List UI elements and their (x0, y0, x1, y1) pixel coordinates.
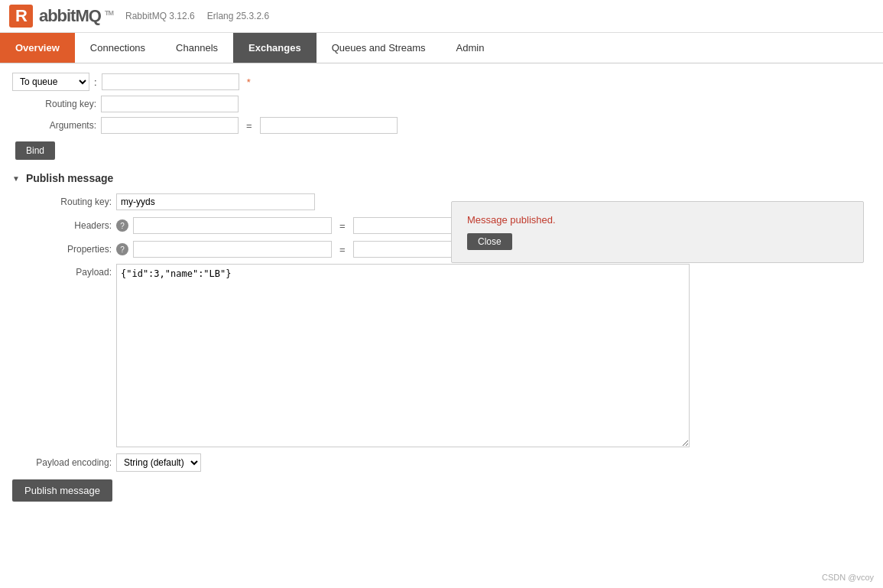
pub-properties-key-input[interactable] (133, 241, 332, 258)
arguments-equals: = (246, 120, 252, 132)
main-nav: Overview Connections Channels Exchanges … (0, 33, 883, 63)
close-notification-button[interactable]: Close (467, 233, 512, 250)
nav-item-exchanges[interactable]: Exchanges (233, 33, 317, 63)
pub-payload-label: Payload: (12, 264, 112, 278)
version-info: RabbitMQ 3.12.6 Erlang 25.3.2.6 (125, 11, 269, 21)
erlang-version: Erlang 25.3.2.6 (207, 11, 269, 21)
publish-message-button[interactable]: Publish message (12, 479, 112, 502)
nav-item-connections[interactable]: Connections (75, 33, 161, 63)
tm-label: TM (105, 9, 113, 17)
notification-message: Message published. (467, 214, 848, 226)
pub-properties-label: Properties: (12, 244, 112, 255)
nav-item-overview[interactable]: Overview (0, 33, 75, 63)
bind-section: To queue To exchange : * Routing key: Ar… (12, 73, 871, 160)
publish-section-header[interactable]: ▼ Publish message (12, 172, 871, 184)
pub-routing-key-input[interactable] (116, 193, 315, 210)
headers-equals: = (339, 220, 346, 232)
required-star: * (247, 76, 251, 88)
pub-encoding-row: Payload encoding: String (default) Base6… (12, 453, 871, 472)
properties-help-icon[interactable]: ? (116, 243, 128, 255)
to-queue-input[interactable] (102, 73, 239, 90)
pub-button-row: Publish message (12, 479, 871, 502)
pub-encoding-select[interactable]: String (default) Base64 (116, 453, 201, 472)
page-header: R abbitMQ TM RabbitMQ 3.12.6 Erlang 25.3… (0, 0, 883, 33)
headers-help-icon[interactable]: ? (116, 219, 128, 232)
arguments-label: Arguments: (12, 120, 96, 131)
arguments-key-input[interactable] (101, 117, 239, 134)
notification-popup: Message published. Close (451, 201, 864, 263)
routing-key-row: Routing key: (12, 96, 871, 112)
section-arrow-icon: ▼ (12, 174, 20, 183)
pub-headers-label: Headers: (12, 220, 112, 231)
properties-equals: = (339, 244, 346, 255)
logo-area: R abbitMQ TM (9, 5, 113, 28)
nav-item-admin[interactable]: Admin (441, 33, 500, 63)
logo-icon: R (9, 5, 33, 28)
bind-button-row: Bind (12, 138, 871, 160)
main-content: To queue To exchange : * Routing key: Ar… (0, 63, 883, 517)
arguments-value-input[interactable] (260, 117, 398, 134)
pub-payload-textarea[interactable]: {"id":3,"name":"LB"} (116, 264, 690, 447)
pub-encoding-label: Payload encoding: (12, 457, 112, 468)
pub-routing-key-label: Routing key: (12, 197, 112, 207)
to-queue-select[interactable]: To queue To exchange (12, 73, 89, 91)
arguments-row: Arguments: = (12, 117, 871, 134)
routing-key-bind-input[interactable] (101, 96, 239, 112)
nav-item-queues-streams[interactable]: Queues and Streams (317, 33, 441, 63)
publish-section-title: Publish message (26, 172, 113, 184)
nav-item-channels[interactable]: Channels (161, 33, 233, 63)
pub-headers-key-input[interactable] (133, 217, 332, 234)
routing-key-bind-label: Routing key: (12, 99, 96, 109)
logo-text: abbitMQ TM (39, 6, 113, 26)
pub-payload-row: Payload: {"id":3,"name":"LB"} (12, 264, 871, 447)
rabbitmq-version: RabbitMQ 3.12.6 (125, 11, 195, 21)
to-queue-colon: : (94, 76, 97, 88)
to-queue-row: To queue To exchange : * (12, 73, 871, 91)
bind-button[interactable]: Bind (15, 141, 55, 160)
